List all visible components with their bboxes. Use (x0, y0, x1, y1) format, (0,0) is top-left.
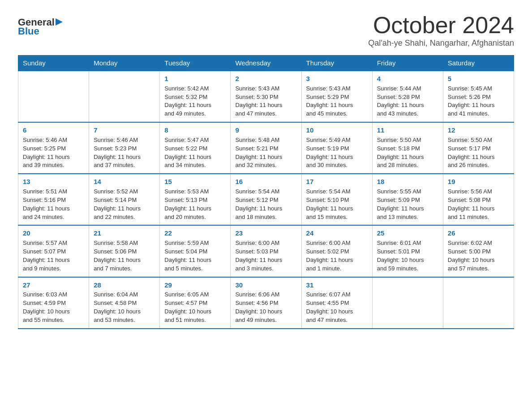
page-header: General Blue October 2024 Qal'ah-ye Shah… (18, 13, 514, 48)
day-number: 22 (164, 228, 226, 238)
calendar-cell: 29Sunrise: 6:05 AM Sunset: 4:57 PM Dayli… (160, 277, 231, 329)
calendar-cell (443, 277, 514, 329)
day-number: 9 (235, 125, 296, 135)
calendar-cell: 22Sunrise: 5:59 AM Sunset: 5:04 PM Dayli… (160, 225, 231, 277)
day-info: Sunrise: 6:07 AM Sunset: 4:55 PM Dayligh… (306, 291, 368, 324)
day-info: Sunrise: 5:58 AM Sunset: 5:06 PM Dayligh… (94, 239, 155, 273)
calendar-week-row: 20Sunrise: 5:57 AM Sunset: 5:07 PM Dayli… (18, 225, 514, 277)
calendar-cell: 30Sunrise: 6:06 AM Sunset: 4:56 PM Dayli… (231, 277, 301, 329)
day-number: 4 (377, 74, 438, 84)
day-info: Sunrise: 5:48 AM Sunset: 5:21 PM Dayligh… (235, 136, 296, 170)
day-info: Sunrise: 6:03 AM Sunset: 4:59 PM Dayligh… (23, 291, 84, 324)
day-number: 14 (94, 177, 155, 187)
day-info: Sunrise: 6:01 AM Sunset: 5:01 PM Dayligh… (377, 239, 438, 273)
day-number: 30 (235, 280, 296, 290)
day-info: Sunrise: 5:44 AM Sunset: 5:28 PM Dayligh… (377, 85, 438, 118)
calendar-cell: 12Sunrise: 5:50 AM Sunset: 5:17 PM Dayli… (443, 122, 514, 174)
day-number: 19 (448, 177, 509, 187)
day-info: Sunrise: 5:49 AM Sunset: 5:19 PM Dayligh… (306, 136, 368, 170)
day-info: Sunrise: 5:50 AM Sunset: 5:18 PM Dayligh… (377, 136, 438, 170)
calendar-cell: 14Sunrise: 5:52 AM Sunset: 5:14 PM Dayli… (89, 174, 160, 225)
weekday-header-saturday: Saturday (443, 56, 514, 71)
day-number: 16 (235, 177, 296, 187)
day-info: Sunrise: 5:53 AM Sunset: 5:13 PM Dayligh… (164, 188, 226, 221)
day-number: 6 (23, 125, 84, 135)
calendar-cell: 1Sunrise: 5:42 AM Sunset: 5:32 PM Daylig… (160, 71, 231, 122)
calendar-cell: 9Sunrise: 5:48 AM Sunset: 5:21 PM Daylig… (231, 122, 301, 174)
calendar-week-row: 13Sunrise: 5:51 AM Sunset: 5:16 PM Dayli… (18, 174, 514, 225)
day-number: 15 (164, 177, 226, 187)
day-info: Sunrise: 5:46 AM Sunset: 5:25 PM Dayligh… (23, 136, 84, 170)
calendar-cell (89, 71, 160, 122)
day-info: Sunrise: 5:54 AM Sunset: 5:12 PM Dayligh… (235, 188, 296, 221)
calendar-cell: 3Sunrise: 5:43 AM Sunset: 5:29 PM Daylig… (301, 71, 372, 122)
day-info: Sunrise: 6:06 AM Sunset: 4:56 PM Dayligh… (235, 291, 296, 324)
day-number: 2 (235, 74, 296, 84)
day-number: 11 (377, 125, 438, 135)
calendar-cell: 20Sunrise: 5:57 AM Sunset: 5:07 PM Dayli… (18, 225, 89, 277)
day-info: Sunrise: 6:02 AM Sunset: 5:00 PM Dayligh… (448, 239, 509, 273)
svg-marker-0 (56, 18, 63, 26)
day-info: Sunrise: 5:51 AM Sunset: 5:16 PM Dayligh… (23, 188, 84, 221)
weekday-header-friday: Friday (372, 56, 443, 71)
day-info: Sunrise: 5:42 AM Sunset: 5:32 PM Dayligh… (164, 85, 226, 118)
logo-text-blue: Blue (18, 26, 39, 37)
day-info: Sunrise: 5:57 AM Sunset: 5:07 PM Dayligh… (23, 239, 84, 273)
calendar-cell: 7Sunrise: 5:46 AM Sunset: 5:23 PM Daylig… (89, 122, 160, 174)
calendar-cell (372, 277, 443, 329)
day-info: Sunrise: 6:00 AM Sunset: 5:03 PM Dayligh… (235, 239, 296, 273)
calendar-cell: 6Sunrise: 5:46 AM Sunset: 5:25 PM Daylig… (18, 122, 89, 174)
day-info: Sunrise: 5:45 AM Sunset: 5:26 PM Dayligh… (448, 85, 509, 118)
day-number: 21 (94, 228, 155, 238)
calendar-cell: 23Sunrise: 6:00 AM Sunset: 5:03 PM Dayli… (231, 225, 301, 277)
calendar-cell: 19Sunrise: 5:56 AM Sunset: 5:08 PM Dayli… (443, 174, 514, 225)
day-info: Sunrise: 6:04 AM Sunset: 4:58 PM Dayligh… (94, 291, 155, 324)
day-number: 8 (164, 125, 226, 135)
day-number: 25 (377, 228, 438, 238)
calendar-cell: 26Sunrise: 6:02 AM Sunset: 5:00 PM Dayli… (443, 225, 514, 277)
logo-arrow-icon (56, 17, 64, 27)
calendar-cell: 8Sunrise: 5:47 AM Sunset: 5:22 PM Daylig… (160, 122, 231, 174)
calendar-cell: 24Sunrise: 6:00 AM Sunset: 5:02 PM Dayli… (301, 225, 372, 277)
day-info: Sunrise: 6:00 AM Sunset: 5:02 PM Dayligh… (306, 239, 368, 273)
day-number: 18 (377, 177, 438, 187)
day-info: Sunrise: 5:47 AM Sunset: 5:22 PM Dayligh… (164, 136, 226, 170)
day-info: Sunrise: 5:52 AM Sunset: 5:14 PM Dayligh… (94, 188, 155, 221)
calendar-cell: 15Sunrise: 5:53 AM Sunset: 5:13 PM Dayli… (160, 174, 231, 225)
logo: General Blue (18, 17, 64, 37)
day-number: 20 (23, 228, 84, 238)
day-number: 27 (23, 280, 84, 290)
calendar-cell: 10Sunrise: 5:49 AM Sunset: 5:19 PM Dayli… (301, 122, 372, 174)
day-number: 7 (94, 125, 155, 135)
day-number: 5 (448, 74, 509, 84)
calendar-cell: 2Sunrise: 5:43 AM Sunset: 5:30 PM Daylig… (231, 71, 301, 122)
calendar-cell: 18Sunrise: 5:55 AM Sunset: 5:09 PM Dayli… (372, 174, 443, 225)
day-info: Sunrise: 5:46 AM Sunset: 5:23 PM Dayligh… (94, 136, 155, 170)
calendar-cell: 27Sunrise: 6:03 AM Sunset: 4:59 PM Dayli… (18, 277, 89, 329)
calendar-table: SundayMondayTuesdayWednesdayThursdayFrid… (18, 55, 514, 329)
calendar-cell: 4Sunrise: 5:44 AM Sunset: 5:28 PM Daylig… (372, 71, 443, 122)
day-number: 3 (306, 74, 368, 84)
calendar-week-row: 1Sunrise: 5:42 AM Sunset: 5:32 PM Daylig… (18, 71, 514, 122)
calendar-cell: 5Sunrise: 5:45 AM Sunset: 5:26 PM Daylig… (443, 71, 514, 122)
day-number: 31 (306, 280, 368, 290)
weekday-header-sunday: Sunday (18, 56, 89, 71)
weekday-header-row: SundayMondayTuesdayWednesdayThursdayFrid… (18, 56, 514, 71)
day-info: Sunrise: 6:05 AM Sunset: 4:57 PM Dayligh… (164, 291, 226, 324)
weekday-header-tuesday: Tuesday (160, 56, 231, 71)
calendar-cell (18, 71, 89, 122)
calendar-cell: 28Sunrise: 6:04 AM Sunset: 4:58 PM Dayli… (89, 277, 160, 329)
day-info: Sunrise: 5:43 AM Sunset: 5:29 PM Dayligh… (306, 85, 368, 118)
calendar-cell: 16Sunrise: 5:54 AM Sunset: 5:12 PM Dayli… (231, 174, 301, 225)
day-number: 28 (94, 280, 155, 290)
calendar-cell: 11Sunrise: 5:50 AM Sunset: 5:18 PM Dayli… (372, 122, 443, 174)
month-title: October 2024 (368, 13, 514, 37)
calendar-cell: 17Sunrise: 5:54 AM Sunset: 5:10 PM Dayli… (301, 174, 372, 225)
weekday-header-thursday: Thursday (301, 56, 372, 71)
calendar-week-row: 6Sunrise: 5:46 AM Sunset: 5:25 PM Daylig… (18, 122, 514, 174)
calendar-cell: 13Sunrise: 5:51 AM Sunset: 5:16 PM Dayli… (18, 174, 89, 225)
title-block: October 2024 Qal'ah-ye Shahi, Nangarhar,… (368, 13, 514, 48)
weekday-header-monday: Monday (89, 56, 160, 71)
calendar-week-row: 27Sunrise: 6:03 AM Sunset: 4:59 PM Dayli… (18, 277, 514, 329)
day-number: 13 (23, 177, 84, 187)
